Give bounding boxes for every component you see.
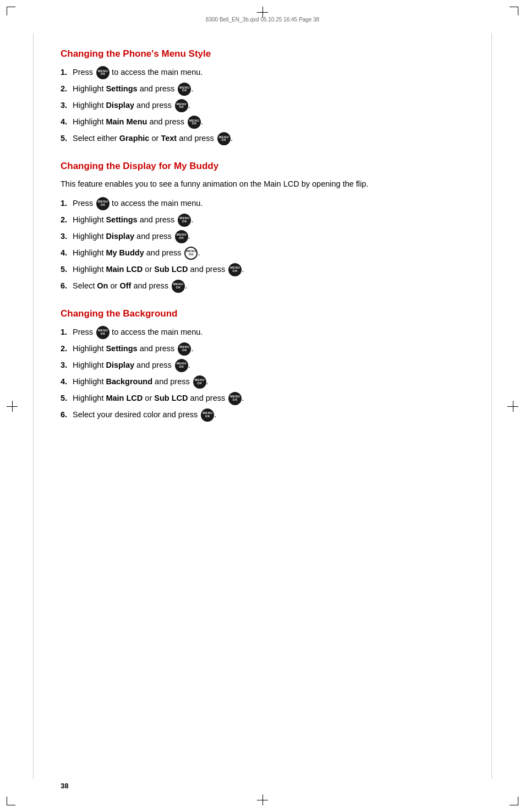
step-number: 1. (61, 198, 73, 209)
step-number: 6. (61, 409, 73, 420)
list-item: 4. Highlight My Buddy and press MENU OK … (61, 247, 470, 260)
menu-button-icon: MENU OK (217, 132, 231, 145)
step-content: Highlight Main LCD or Sub LCD and press … (73, 392, 470, 405)
step-number: 5. (61, 393, 73, 404)
step-content: Highlight Settings and press MENU OK . (73, 83, 470, 96)
menu-button-icon: MENU OK (96, 326, 110, 339)
list-item: 1. Press MENU OK to access the main menu… (61, 197, 470, 210)
list-item: 3. Highlight Display and press MENU OK . (61, 99, 470, 112)
menu-button-icon: MENU OK (96, 197, 110, 210)
step-number: 5. (61, 264, 73, 275)
step-number: 3. (61, 231, 73, 242)
page: 8300 Bell_EN_3b.qxd 05.10.25 16:45 Page … (0, 0, 525, 812)
step-content: Select either Graphic or Text and press … (73, 132, 470, 145)
menu-button-icon: MENU OK (228, 392, 242, 405)
step-list-menu-style: 1. Press MENU OK to access the main menu… (61, 66, 470, 145)
cross-left (7, 401, 18, 412)
list-item: 6. Select On or Off and press MENU OK . (61, 280, 470, 293)
step-number: 1. (61, 67, 73, 78)
cross-top (257, 7, 268, 18)
section-heading-my-buddy: Changing the Display for My Buddy (61, 161, 470, 172)
cross-right (507, 401, 518, 412)
section-description: This feature enables you to see a funny … (61, 178, 470, 190)
step-content: Highlight Main LCD or Sub LCD and press … (73, 263, 470, 276)
menu-button-icon: MENU OK (175, 359, 188, 372)
list-item: 4. Highlight Background and press MENU O… (61, 375, 470, 389)
section-background: Changing the Background 1. Press MENU OK… (61, 308, 470, 422)
step-number: 1. (61, 326, 73, 337)
menu-button-icon: MENU OK (228, 263, 242, 276)
menu-button-outline-icon: MENU OK (184, 247, 198, 260)
menu-button-icon: MENU OK (178, 342, 191, 356)
right-rule (491, 33, 492, 779)
menu-button-icon: MENU OK (201, 408, 214, 422)
list-item: 2. Highlight Settings and press MENU OK … (61, 214, 470, 227)
crop-mark-br (510, 797, 518, 805)
step-number: 4. (61, 247, 73, 258)
step-content: Press MENU OK to access the main menu. (73, 326, 470, 339)
list-item: 5. Highlight Main LCD or Sub LCD and pre… (61, 263, 470, 276)
list-item: 3. Highlight Display and press MENU OK . (61, 230, 470, 243)
file-header: 8300 Bell_EN_3b.qxd 05.10.25 16:45 Page … (206, 17, 319, 23)
step-number: 5. (61, 133, 73, 144)
left-rule (33, 33, 34, 779)
step-number: 2. (61, 214, 73, 225)
step-number: 3. (61, 100, 73, 111)
list-item: 1. Press MENU OK to access the main menu… (61, 326, 470, 339)
step-content: Select your desired color and press MENU… (73, 408, 470, 422)
list-item: 2. Highlight Settings and press MENU OK … (61, 83, 470, 96)
section-my-buddy: Changing the Display for My Buddy This f… (61, 161, 470, 293)
step-number: 4. (61, 116, 73, 127)
cross-bottom (257, 794, 268, 805)
step-content: Highlight Display and press MENU OK . (73, 359, 470, 372)
list-item: 5. Select either Graphic or Text and pre… (61, 132, 470, 145)
step-content: Highlight Settings and press MENU OK . (73, 214, 470, 227)
step-content: Highlight Display and press MENU OK . (73, 230, 470, 243)
section-heading-menu-style: Changing the Phone's Menu Style (61, 48, 470, 59)
menu-button-icon: MENU OK (172, 280, 185, 293)
step-content: Select On or Off and press MENU OK . (73, 280, 470, 293)
step-number: 3. (61, 359, 73, 370)
menu-button-icon: MENU OK (175, 230, 188, 243)
list-item: 1. Press MENU OK to access the main menu… (61, 66, 470, 79)
menu-button-icon: MENU OK (175, 99, 188, 112)
list-item: 3. Highlight Display and press MENU OK . (61, 359, 470, 372)
step-content: Highlight Display and press MENU OK . (73, 99, 470, 112)
list-item: 6. Select your desired color and press M… (61, 408, 470, 422)
menu-button-icon: MENU OK (96, 66, 110, 79)
menu-button-icon: MENU OK (188, 116, 201, 129)
step-number: 2. (61, 343, 73, 354)
list-item: 4. Highlight Main Menu and press MENU OK… (61, 116, 470, 129)
page-number: 38 (61, 782, 68, 790)
crop-mark-tr (510, 7, 518, 15)
menu-button-icon: MENU OK (178, 83, 191, 96)
step-content: Press MENU OK to access the main menu. (73, 197, 470, 210)
crop-mark-tl (7, 7, 15, 15)
list-item: 2. Highlight Settings and press MENU OK … (61, 342, 470, 356)
list-item: 5. Highlight Main LCD or Sub LCD and pre… (61, 392, 470, 405)
section-heading-background: Changing the Background (61, 308, 470, 319)
step-number: 2. (61, 83, 73, 94)
step-number: 4. (61, 376, 73, 387)
menu-button-icon: MENU OK (193, 375, 206, 389)
step-content: Highlight My Buddy and press MENU OK . (73, 247, 470, 260)
step-content: Press MENU OK to access the main menu. (73, 66, 470, 79)
step-list-my-buddy: 1. Press MENU OK to access the main menu… (61, 197, 470, 293)
step-content: Highlight Main Menu and press MENU OK . (73, 116, 470, 129)
section-menu-style: Changing the Phone's Menu Style 1. Press… (61, 48, 470, 145)
step-number: 6. (61, 280, 73, 291)
menu-button-icon: MENU OK (178, 214, 191, 227)
step-list-background: 1. Press MENU OK to access the main menu… (61, 326, 470, 422)
crop-mark-bl (7, 797, 15, 805)
step-content: Highlight Settings and press MENU OK . (73, 342, 470, 356)
step-content: Highlight Background and press MENU OK . (73, 375, 470, 389)
